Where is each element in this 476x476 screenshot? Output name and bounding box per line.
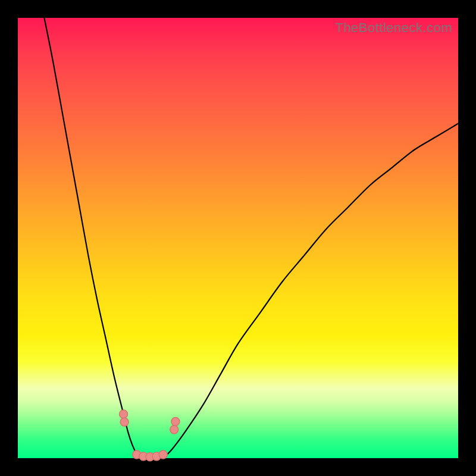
chart-svg xyxy=(18,18,458,458)
left-upper-cluster-b-marker xyxy=(120,418,129,426)
right-upper-cluster-marker xyxy=(170,425,178,434)
right-upper-cluster-b-marker xyxy=(171,418,180,426)
right-curve xyxy=(163,124,458,458)
bottom-cluster-5-marker xyxy=(159,450,167,459)
plot-area: TheBottleneck.com xyxy=(18,18,458,458)
left-upper-cluster-marker xyxy=(120,410,128,418)
chart-frame: TheBottleneck.com xyxy=(0,0,476,476)
left-curve xyxy=(44,18,141,458)
